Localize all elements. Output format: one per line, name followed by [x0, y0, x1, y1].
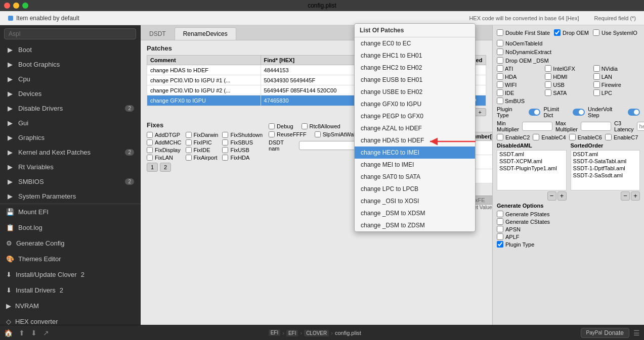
reuse-checkbox[interactable] — [269, 131, 275, 137]
list-item[interactable]: SSDT.aml — [497, 151, 566, 158]
breadcrumb-item-1[interactable]: EFI — [286, 330, 298, 336]
fix-checkbox[interactable] — [186, 139, 192, 145]
dropdown-item-pegp[interactable]: change PEGP to GFX0 — [355, 110, 475, 122]
sidebar-item-graphics[interactable]: ▶ Graphics — [0, 130, 140, 145]
breadcrumb-item-0[interactable]: EFI — [269, 329, 281, 336]
aplf-checkbox[interactable] — [497, 233, 503, 240]
download-icon[interactable]: ⬇ — [31, 329, 37, 337]
upload-icon[interactable]: ⬆ — [19, 329, 25, 337]
dropdown-item-usbe[interactable]: change USBE to EH02 — [355, 86, 475, 98]
gen-cstates-checkbox[interactable] — [497, 218, 503, 225]
sata-checkbox[interactable] — [545, 89, 551, 96]
drop-oem-checkbox[interactable] — [554, 29, 561, 36]
dropdown-item-sat0[interactable]: change SAT0 to SATA — [355, 171, 475, 183]
no-dynamic-checkbox[interactable] — [497, 48, 503, 55]
sidebar-item-boot-log[interactable]: 📋 Boot.log — [0, 220, 140, 235]
gen-pstates-checkbox[interactable] — [497, 211, 503, 217]
fix-checkbox[interactable] — [222, 155, 228, 161]
c4-checkbox[interactable] — [533, 134, 539, 140]
list-item[interactable]: SSDT-XCPM.aml — [497, 158, 566, 165]
sidebar-item-kernel-kext[interactable]: ▶ Kernel and Kext Patches 2 — [0, 145, 140, 160]
dropdown-item-mei[interactable]: change MEI to IMEI — [355, 159, 475, 171]
dropdown-item-ehc2[interactable]: change EHC2 to EH02 — [355, 62, 475, 74]
c6-checkbox[interactable] — [569, 134, 576, 140]
sidebar-item-themes-editor[interactable]: 🎨 Themes Editor — [0, 251, 140, 267]
lpc-checkbox[interactable] — [593, 89, 600, 96]
hdmi-checkbox[interactable] — [545, 73, 551, 80]
sidebar-item-smbios[interactable]: ▶ SMBIOS 2 — [0, 174, 140, 189]
slp-checkbox[interactable] — [315, 131, 321, 137]
settings-icon[interactable]: ☰ — [633, 329, 640, 337]
dropdown-item-hec0[interactable]: change HEC0 to IMEI — [355, 147, 475, 159]
list-item[interactable]: SSDT-2-SaSsdt.aml — [571, 172, 640, 179]
breadcrumb-item-2[interactable]: CLOVER — [304, 330, 329, 336]
intelgfx-checkbox[interactable] — [545, 65, 551, 72]
c7-checkbox[interactable] — [605, 134, 612, 140]
sidebar-item-boot-graphics[interactable]: ▶ Boot Graphics — [0, 57, 140, 72]
fix-checkbox[interactable] — [147, 139, 153, 145]
tab-rename-devices[interactable]: RenameDevices — [175, 27, 236, 40]
ati-checkbox[interactable] — [497, 65, 503, 72]
sidebar-item-nvram[interactable]: ▶ NVRAM — [0, 298, 140, 314]
dropdown-item-ehc1[interactable]: change EHC1 to EH01 — [355, 50, 475, 62]
nvidia-checkbox[interactable] — [593, 65, 600, 72]
search-input[interactable] — [4, 28, 136, 39]
add-sorted-button[interactable]: + — [631, 191, 640, 201]
wifi-checkbox[interactable] — [497, 81, 503, 88]
dropdown-item-dsm-xdsm[interactable]: change _DSM to XDSM — [355, 207, 475, 219]
lan-checkbox[interactable] — [593, 73, 600, 80]
sidebar-item-rt-variables[interactable]: ▶ Rt Variables — [0, 160, 140, 174]
use-system-io-checkbox[interactable] — [593, 29, 599, 36]
list-item[interactable]: SSDT-0-SataTabl.aml — [571, 158, 640, 165]
dropdown-item-osi[interactable]: change _OSI to XOSI — [355, 195, 475, 207]
list-item[interactable]: SSDT-PluginType1.aml — [497, 165, 566, 172]
plugin-type-gen-checkbox[interactable] — [497, 241, 503, 248]
fix-checkbox[interactable] — [147, 147, 153, 153]
apsn-checkbox[interactable] — [497, 226, 503, 232]
dropdown-item-gfx0[interactable]: change GFX0 to IGPU — [355, 98, 475, 110]
double-first-checkbox[interactable] — [497, 29, 503, 36]
plimit-dict-toggle[interactable] — [573, 109, 585, 116]
dropdown-item-eusb[interactable]: change EUSB to EH01 — [355, 74, 475, 86]
add-aml-button[interactable]: + — [557, 191, 567, 201]
page-1-button[interactable]: 1 — [147, 163, 158, 172]
undervolt-toggle[interactable] — [628, 109, 640, 116]
maximize-button[interactable] — [22, 3, 28, 9]
dropdown-item-azal[interactable]: change AZAL to HDEF — [355, 122, 475, 134]
add-patch-button[interactable]: + — [474, 108, 486, 116]
home-icon[interactable]: 🏠 — [4, 329, 13, 337]
usb-checkbox[interactable] — [545, 81, 551, 88]
list-item[interactable]: SSDT-1-DptfTabl.aml — [571, 165, 640, 172]
firewire-checkbox[interactable] — [593, 81, 600, 88]
dsdt-name-input[interactable] — [299, 141, 360, 150]
remove-sorted-button[interactable]: − — [621, 191, 630, 201]
fix-checkbox[interactable] — [222, 139, 228, 145]
no-oem-checkbox[interactable] — [497, 40, 503, 46]
debug-checkbox[interactable] — [269, 123, 275, 129]
breadcrumb-item-3[interactable]: config.plist — [335, 330, 361, 336]
share-icon[interactable]: ↗ — [43, 329, 49, 337]
sidebar-item-boot[interactable]: ▶ Boot — [0, 42, 140, 57]
c3-latency-input[interactable] — [637, 122, 644, 131]
donate-button[interactable]: PayPal Donate — [581, 328, 629, 338]
page-2-button[interactable]: 2 — [160, 163, 171, 172]
sidebar-item-system-params[interactable]: ▶ System Parameters — [0, 189, 140, 204]
close-button[interactable] — [4, 3, 10, 9]
sidebar-item-mount-efi[interactable]: 💾 Mount EFI — [0, 204, 140, 220]
minimize-button[interactable] — [13, 3, 19, 9]
dropdown-item-ec0[interactable]: change EC0 to EC — [355, 37, 475, 50]
sidebar-item-disable-drivers[interactable]: ▶ Disable Drivers 2 — [0, 101, 140, 116]
ide-checkbox[interactable] — [497, 89, 503, 96]
remove-aml-button[interactable]: − — [547, 191, 556, 201]
sidebar-item-cpu[interactable]: ▶ Cpu — [0, 72, 140, 86]
min-mult-input[interactable] — [522, 122, 552, 131]
fix-checkbox[interactable] — [222, 132, 228, 138]
fix-checkbox[interactable] — [222, 147, 228, 153]
hda-checkbox[interactable] — [497, 73, 503, 80]
fix-checkbox[interactable] — [186, 155, 192, 161]
sidebar-item-gui[interactable]: ▶ Gui — [0, 116, 140, 130]
tab-dsdt[interactable]: DSDT — [141, 27, 175, 40]
sidebar-item-devices[interactable]: ▶ Devices — [0, 86, 140, 101]
list-item[interactable]: DSDT.aml — [571, 151, 640, 158]
sidebar-item-install-drivers[interactable]: ⬇ Install Drivers 2 — [0, 282, 140, 298]
